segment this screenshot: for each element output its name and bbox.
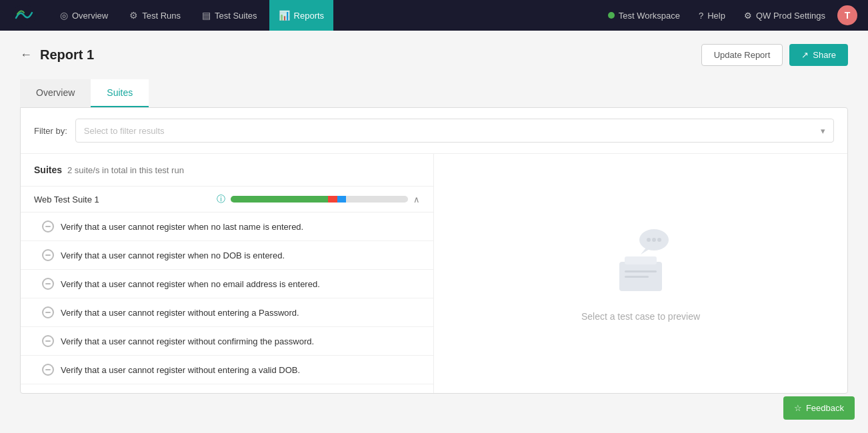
status-icon: [42, 306, 54, 318]
nav-reports[interactable]: 📊 Reports: [269, 0, 334, 31]
filter-select[interactable]: Select to filter results ▾: [75, 119, 834, 143]
test-case-label: Verify that a user cannot register when …: [61, 222, 303, 232]
overview-icon: ◎: [60, 10, 68, 21]
test-case-label: Verify that a user cannot register when …: [61, 279, 320, 289]
suites-count: 2 suite/s in total in this test run: [67, 165, 184, 175]
tab-overview[interactable]: Overview: [20, 79, 91, 107]
tab-suites[interactable]: Suites: [91, 79, 149, 107]
status-icon: [42, 364, 54, 376]
test-case-row[interactable]: Verify that a user cannot register witho…: [21, 298, 433, 327]
workspace-status-icon: [608, 12, 615, 19]
help-link[interactable]: ? Help: [692, 11, 732, 21]
test-case-row[interactable]: Verify that a user cannot register when …: [21, 270, 433, 298]
help-icon: ?: [699, 11, 703, 21]
test-case-label: Verify that a user cannot register witho…: [61, 336, 314, 346]
feedback-button[interactable]: ☆ Feedback: [783, 396, 855, 420]
navbar-right: Test Workspace ? Help ⚙ QW Prod Settings…: [601, 5, 857, 25]
share-button[interactable]: ↗ Share: [789, 44, 848, 66]
suite-row[interactable]: Web Test Suite 1 ⓘ ∧: [21, 187, 433, 213]
info-icon[interactable]: ⓘ: [217, 193, 225, 205]
preview-text: Select a test case to preview: [581, 311, 700, 322]
svg-rect-8: [625, 270, 657, 272]
test-case-row[interactable]: Verify that a user cannot register when …: [21, 213, 433, 241]
test-case-label: Verify that a user cannot register witho…: [61, 365, 300, 375]
tabs: Overview Suites: [20, 79, 149, 107]
test-case-label: Verify that a user cannot register when …: [61, 250, 285, 260]
svg-rect-9: [625, 276, 649, 278]
title-row: ← Report 1: [20, 47, 94, 63]
status-icon: [42, 278, 54, 290]
feedback-star-icon: ☆: [794, 403, 802, 413]
suite-row-header: Web Test Suite 1 ⓘ ∧: [34, 193, 420, 205]
back-button[interactable]: ←: [20, 48, 32, 62]
nav-test-suites[interactable]: ▤ Test Suites: [193, 0, 267, 31]
test-runs-icon: ⚙: [129, 10, 138, 21]
progress-bar: [231, 196, 408, 203]
suite-name: Web Test Suite 1: [34, 195, 211, 205]
update-report-button[interactable]: Update Report: [701, 44, 783, 66]
page-header: ← Report 1 Update Report ↗ Share: [20, 44, 848, 66]
test-case-row[interactable]: Verify that a user cannot register witho…: [21, 356, 433, 384]
filter-bar: Filter by: Select to filter results ▾: [21, 108, 847, 154]
progress-blue: [337, 196, 346, 203]
svg-point-3: [652, 238, 656, 242]
filter-label: Filter by:: [34, 126, 67, 136]
progress-red: [328, 196, 337, 203]
test-case-row[interactable]: Verify that a user cannot register witho…: [21, 327, 433, 356]
nav-test-runs[interactable]: ⚙ Test Runs: [120, 0, 190, 31]
share-icon: ↗: [801, 50, 809, 60]
workspace-selector[interactable]: Test Workspace: [601, 11, 687, 21]
filter-placeholder: Select to filter results: [84, 126, 165, 136]
suites-header: Suites 2 suite/s in total in this test r…: [21, 154, 433, 187]
svg-marker-5: [641, 248, 651, 254]
test-case-row[interactable]: Verify that a user cannot register when …: [21, 241, 433, 270]
status-icon: [42, 220, 54, 232]
reports-icon: 📊: [279, 10, 290, 21]
svg-rect-7: [625, 256, 657, 264]
status-icon: [42, 249, 54, 261]
logo[interactable]: [11, 3, 37, 27]
page-content: ← Report 1 Update Report ↗ Share Overvie…: [0, 31, 868, 433]
collapse-chevron-icon[interactable]: ∧: [413, 195, 420, 205]
main-split: Suites 2 suite/s in total in this test r…: [21, 154, 847, 393]
test-case-label: Verify that a user cannot register witho…: [61, 308, 299, 318]
nav-overview[interactable]: ◎ Overview: [51, 0, 117, 31]
page-title: Report 1: [40, 47, 94, 63]
test-suites-icon: ▤: [202, 10, 211, 21]
left-panel: Suites 2 suite/s in total in this test r…: [21, 154, 434, 393]
progress-green: [231, 196, 328, 203]
settings-icon: ⚙: [744, 11, 752, 21]
navbar: ◎ Overview ⚙ Test Runs ▤ Test Suites 📊 R…: [0, 0, 868, 31]
suites-title: Suites: [34, 165, 62, 175]
svg-point-4: [657, 238, 661, 242]
status-icon: [42, 335, 54, 347]
header-actions: Update Report ↗ Share: [701, 44, 848, 66]
settings-link[interactable]: ⚙ QW Prod Settings: [737, 11, 832, 21]
preview-illustration: [601, 225, 681, 300]
preview-panel: Select a test case to preview: [434, 154, 847, 393]
filter-chevron-icon: ▾: [821, 126, 825, 136]
svg-point-2: [647, 238, 651, 242]
user-avatar[interactable]: T: [837, 5, 857, 25]
content-panel: Filter by: Select to filter results ▾ Su…: [20, 107, 848, 394]
